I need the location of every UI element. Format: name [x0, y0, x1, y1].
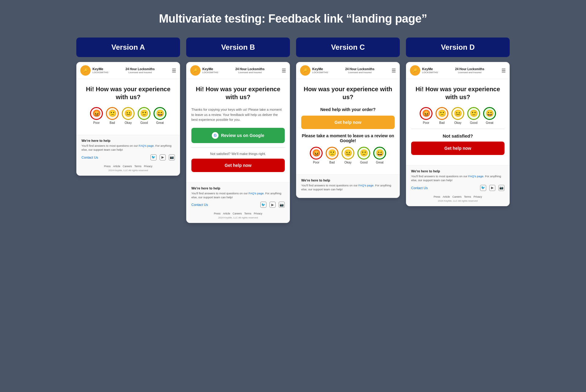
- need-help-c: Need help with your order?: [301, 107, 395, 112]
- not-satisfied-b: Not satisfied? We'll make things right.: [191, 152, 285, 156]
- footer-article-b[interactable]: Article: [223, 212, 230, 215]
- nav-right-c: 24 Hour Locksmiths Licensed and Insured: [345, 67, 374, 74]
- hamburger-a[interactable]: ☰: [172, 68, 176, 74]
- footer-copyright-a: 2024 KeyMe, LLC All rights reserved: [81, 169, 175, 172]
- instagram-icon-d[interactable]: 📷: [498, 185, 505, 191]
- footer-privacy-b[interactable]: Privacy: [254, 212, 262, 215]
- version-c-content: How was your experience with us? Need he…: [296, 79, 400, 174]
- emoji-face-okay-d: 😐: [451, 107, 464, 120]
- logo-sub-c: LOCKSMITHS: [312, 71, 328, 74]
- version-a-footer: We're here to help You'll find answers t…: [77, 135, 180, 175]
- footer-contact-social-b: Contact Us 🐦 ▶ 📷: [191, 202, 285, 210]
- footer-press-a[interactable]: Press: [104, 165, 111, 168]
- version-d-mockup: 🔑 KeyMe LOCKSMITHS 24 Hour Locksmiths Li…: [406, 62, 510, 206]
- footer-help-title-d: We're here to help: [411, 169, 505, 173]
- footer-article-d[interactable]: Article: [443, 195, 450, 198]
- hamburger-c[interactable]: ☰: [392, 68, 396, 74]
- help-btn-d[interactable]: Get help now: [411, 142, 505, 155]
- emoji-great-a[interactable]: 😄 Great: [154, 107, 166, 124]
- nav-sub-d: Licensed and Insured: [455, 71, 484, 74]
- emoji-poor-c[interactable]: 😡 Poor: [310, 147, 323, 164]
- emoji-great-c[interactable]: 😄 Great: [373, 147, 386, 164]
- phone-nav-d: 🔑 KeyMe LOCKSMITHS 24 Hour Locksmiths Li…: [406, 62, 509, 79]
- logo-icon-a: 🔑: [80, 65, 91, 76]
- footer-social-b: 🐦 ▶ 📷: [260, 202, 285, 208]
- hamburger-b[interactable]: ☰: [282, 68, 286, 74]
- logo-icon-d: 🔑: [410, 65, 420, 76]
- footer-contact-b[interactable]: Contact Us: [191, 203, 208, 207]
- faq-link-d[interactable]: FAQ's page: [468, 174, 483, 178]
- logo-icon-c: 🔑: [300, 65, 310, 76]
- twitter-icon-a[interactable]: 🐦: [150, 154, 157, 160]
- footer-terms-b[interactable]: Terms: [244, 212, 251, 215]
- emoji-face-great-d: 😄: [483, 107, 496, 120]
- youtube-icon-d[interactable]: ▶: [489, 185, 495, 191]
- phone-nav-b: 🔑 KeyMe LOCKSMITHS 24 Hour Locksmiths Li…: [186, 62, 290, 79]
- version-a-column: Version A 🔑 KeyMe LOCKSMITHS 24 Hour Loc…: [76, 38, 180, 176]
- footer-help-text-b: You'll find answers to most questions on…: [191, 191, 285, 200]
- footer-help-text-d: You'll find answers to most questions on…: [411, 174, 505, 182]
- help-btn-b[interactable]: Get help now: [191, 159, 285, 172]
- footer-copyright-b: 2024 KeyMe, LLC All rights reserved: [191, 216, 285, 219]
- faq-link-b[interactable]: FAQ's page: [248, 192, 263, 195]
- footer-help-title-a: We're here to help: [81, 139, 175, 142]
- instagram-icon-b[interactable]: 📷: [279, 202, 285, 208]
- emoji-okay-a[interactable]: 😐 Okay: [122, 107, 135, 124]
- version-c-footer: We're here to help You'll find answers t…: [296, 174, 400, 198]
- instagram-icon-a[interactable]: 📷: [169, 154, 175, 160]
- help-btn-label-b: Get help now: [225, 163, 251, 168]
- emoji-okay-c[interactable]: 😐 Okay: [342, 147, 354, 164]
- help-btn-yellow-label-c: Get help now: [335, 120, 361, 125]
- footer-press-d[interactable]: Press: [434, 195, 440, 198]
- version-b-mockup: 🔑 KeyMe LOCKSMITHS 24 Hour Locksmiths Li…: [186, 62, 290, 223]
- emoji-face-bad-a: 🙁: [106, 107, 119, 120]
- faq-link-a[interactable]: FAQ's page: [139, 144, 154, 147]
- footer-privacy-d[interactable]: Privacy: [473, 195, 482, 198]
- twitter-icon-b[interactable]: 🐦: [260, 202, 266, 208]
- footer-press-b[interactable]: Press: [214, 212, 221, 215]
- emoji-poor-d[interactable]: 😡 Poor: [420, 107, 432, 124]
- footer-terms-d[interactable]: Terms: [464, 195, 471, 198]
- google-review-btn-b[interactable]: G Review us on Google: [191, 128, 285, 143]
- emoji-good-c[interactable]: 🙂 Good: [357, 147, 370, 164]
- version-a-content: Hi! How was your experience with us? 😡 P…: [77, 79, 180, 135]
- emoji-face-great-a: 😄: [154, 107, 166, 120]
- youtube-icon-a[interactable]: ▶: [160, 154, 166, 160]
- emoji-okay-d[interactable]: 😐 Okay: [451, 107, 464, 124]
- footer-article-a[interactable]: Article: [113, 165, 120, 168]
- emoji-good-d[interactable]: 🙂 Good: [467, 107, 480, 124]
- hamburger-d[interactable]: ☰: [501, 68, 506, 74]
- footer-help-title-b: We're here to help: [191, 186, 285, 190]
- emoji-label-great-a: Great: [156, 121, 164, 124]
- emoji-label-good-c: Good: [360, 161, 367, 164]
- emoji-bad-a[interactable]: 🙁 Bad: [106, 107, 119, 124]
- footer-careers-a[interactable]: Careers: [123, 165, 132, 168]
- version-d-label: Version D: [441, 43, 475, 51]
- emoji-bad-d[interactable]: 🙁 Bad: [436, 107, 448, 124]
- divider-b: [191, 147, 285, 148]
- main-question-c: How was your experience with us?: [301, 85, 395, 101]
- nav-right-b: 24 Hour Locksmiths Licensed and Insured: [235, 67, 265, 74]
- footer-contact-a[interactable]: Contact Us: [81, 156, 98, 159]
- faq-link-c[interactable]: FAQ's page: [358, 184, 373, 187]
- twitter-icon-d[interactable]: 🐦: [480, 185, 486, 191]
- footer-terms-a[interactable]: Terms: [134, 165, 141, 168]
- main-question-b: Hi! How was your experience with us?: [191, 85, 285, 101]
- footer-careers-b[interactable]: Careers: [233, 212, 242, 215]
- footer-careers-d[interactable]: Careers: [452, 195, 461, 198]
- emoji-face-okay-c: 😐: [342, 147, 354, 160]
- emoji-good-a[interactable]: 🙂 Good: [138, 107, 150, 124]
- footer-privacy-a[interactable]: Privacy: [144, 165, 152, 168]
- emoji-face-bad-c: 🙁: [326, 147, 338, 160]
- emoji-face-good-c: 🙂: [357, 147, 370, 160]
- footer-contact-d[interactable]: Contact Us: [411, 186, 428, 190]
- youtube-icon-b[interactable]: ▶: [269, 202, 276, 208]
- emoji-poor-a[interactable]: 😡 Poor: [90, 107, 103, 124]
- emoji-face-okay-a: 😐: [122, 107, 135, 120]
- emoji-great-d[interactable]: 😄 Great: [483, 107, 496, 124]
- emoji-bad-c[interactable]: 🙁 Bad: [326, 147, 338, 164]
- emoji-face-good-d: 🙂: [467, 107, 480, 120]
- nav-right-d: 24 Hour Locksmiths Licensed and Insured: [455, 67, 484, 74]
- logo-sub-b: LOCKSMITHS: [202, 71, 218, 74]
- help-btn-yellow-c[interactable]: Get help now: [301, 116, 395, 129]
